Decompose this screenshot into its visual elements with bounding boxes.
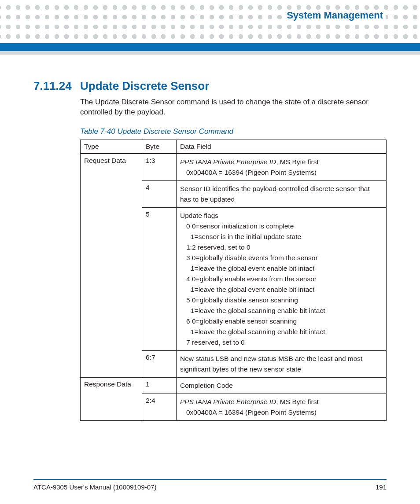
- data-field-line: Update flags: [180, 210, 383, 221]
- data-field-line: 0x00400A = 16394 (Pigeon Point Systems): [180, 167, 383, 178]
- data-field-line: 1=sensor is in the initial update state: [180, 232, 383, 242]
- manual-title: ATCA-9305 User's Manual (10009109-07): [33, 483, 156, 491]
- data-field-line: 1=leave the global event enable bit inta…: [180, 263, 383, 274]
- data-field-line: 0 0=sensor initialization is complete: [180, 221, 383, 232]
- byte-cell: 1:3: [142, 154, 177, 181]
- command-table: Type Byte Data Field Request Data1:3PPS …: [80, 140, 387, 421]
- data-field-cell: Completion Code: [177, 378, 387, 394]
- data-field-cell: Sensor ID identifies the payload-control…: [177, 180, 387, 207]
- data-field-line: 6 0=globally enable sensor scanning: [180, 316, 383, 327]
- data-field-line: PPS IANA Private Enterprise ID, MS Byte …: [180, 157, 383, 167]
- byte-cell: 1: [142, 378, 177, 394]
- data-field-line: New status LSB and new status MSB are th…: [180, 353, 383, 375]
- data-field-line: Sensor ID identifies the payload-control…: [180, 184, 383, 205]
- data-field-line: 7 reserved, set to 0: [180, 337, 383, 348]
- byte-cell: 5: [142, 207, 177, 350]
- page-footer: ATCA-9305 User's Manual (10009109-07) 19…: [33, 479, 387, 491]
- table-header-row: Type Byte Data Field: [81, 140, 387, 154]
- byte-cell: 4: [142, 180, 177, 207]
- table-row: Response Data1Completion Code: [81, 378, 387, 394]
- section-number: 7.11.24: [33, 79, 74, 93]
- data-field-line: 0x00400A = 16394 (Pigeon Point Systems): [180, 407, 383, 418]
- col-header-data-field: Data Field: [177, 140, 387, 154]
- header-blue-bar: [0, 43, 420, 55]
- data-field-line: Completion Code: [180, 380, 383, 391]
- section-title: Update Discrete Sensor: [80, 79, 209, 93]
- data-field-cell: PPS IANA Private Enterprise ID, MS Byte …: [177, 394, 387, 421]
- col-header-byte: Byte: [142, 140, 177, 154]
- data-field-cell: PPS IANA Private Enterprise ID, MS Byte …: [177, 154, 387, 181]
- section-intro: The Update Discrete Sensor command is us…: [80, 97, 387, 118]
- type-cell: Response Data: [81, 378, 142, 421]
- page: System Management 7.11.24 Update Discret…: [0, 0, 420, 504]
- data-field-line: 4 0=globally enable events from the sens…: [180, 274, 383, 284]
- data-field-line: 1=leave the global scanning enable bit i…: [180, 327, 383, 337]
- page-number: 191: [376, 483, 387, 491]
- data-field-line: 1=leave the global event enable bit inta…: [180, 284, 383, 295]
- data-field-line: 3 0=globally disable events from the sen…: [180, 253, 383, 263]
- section-heading: 7.11.24 Update Discrete Sensor: [33, 79, 387, 93]
- type-cell: Request Data: [81, 154, 142, 378]
- table-caption: Table 7-40 Update Discrete Sensor Comman…: [80, 127, 387, 136]
- data-field-line: PPS IANA Private Enterprise ID, MS Byte …: [180, 397, 383, 407]
- data-field-line: 5 0=globally disable sensor scanning: [180, 295, 383, 305]
- data-field-line: 1=leave the global scanning enable bit i…: [180, 305, 383, 316]
- data-field-cell: New status LSB and new status MSB are th…: [177, 351, 387, 378]
- content: 7.11.24 Update Discrete Sensor The Updat…: [33, 79, 387, 421]
- data-field-cell: Update flags0 0=sensor initialization is…: [177, 207, 387, 350]
- byte-cell: 6:7: [142, 351, 177, 378]
- col-header-type: Type: [81, 140, 142, 154]
- data-field-line: 1:2 reserved, set to 0: [180, 242, 383, 253]
- chapter-title: System Management: [282, 10, 386, 21]
- byte-cell: 2:4: [142, 394, 177, 421]
- table-row: Request Data1:3PPS IANA Private Enterpri…: [81, 154, 387, 181]
- table-body: Request Data1:3PPS IANA Private Enterpri…: [81, 154, 387, 421]
